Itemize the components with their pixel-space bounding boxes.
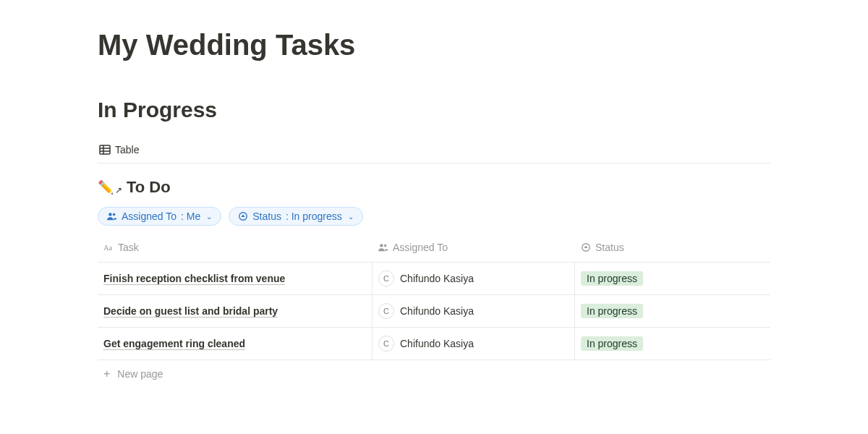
assignee-name: Chifundo Kasiya xyxy=(400,338,474,349)
status-badge: In progress xyxy=(581,336,643,351)
text-icon: Aa xyxy=(103,242,114,252)
assigned-cell[interactable]: C Chifundo Kasiya xyxy=(373,263,575,294)
assignee-name: Chifundo Kasiya xyxy=(400,273,474,284)
plus-icon: + xyxy=(103,367,110,380)
filter-label: Status xyxy=(252,210,281,222)
status-cell[interactable]: In progress xyxy=(575,263,770,294)
assignee-name: Chifundo Kasiya xyxy=(400,305,474,317)
table-icon xyxy=(99,144,111,156)
avatar: C xyxy=(378,336,394,352)
external-arrow-icon: ↗ xyxy=(115,185,122,195)
svg-point-4 xyxy=(109,213,111,216)
table-row[interactable]: Get engagement ring cleaned C Chifundo K… xyxy=(98,328,770,360)
people-icon xyxy=(378,242,388,252)
status-circle-icon xyxy=(238,211,248,221)
avatar: C xyxy=(378,303,394,319)
assignee: C Chifundo Kasiya xyxy=(378,271,474,286)
chevron-down-icon: ⌄ xyxy=(348,213,354,221)
people-icon xyxy=(107,211,117,221)
section-title: In Progress xyxy=(98,98,770,122)
filter-assigned-to[interactable]: Assigned To : Me ⌄ xyxy=(98,207,221,226)
filter-label: Assigned To xyxy=(122,210,176,222)
status-badge: In progress xyxy=(581,271,643,286)
view-tab-label: Table xyxy=(115,144,139,156)
linked-database-name: To Do xyxy=(127,178,171,197)
filter-value: : In progress xyxy=(286,210,342,222)
svg-point-9 xyxy=(384,244,387,247)
view-tabs: Table xyxy=(98,137,770,163)
svg-rect-0 xyxy=(100,145,110,154)
assignee: C Chifundo Kasiya xyxy=(378,303,474,319)
page-title: My Wedding Tasks xyxy=(98,29,770,61)
column-header-assigned[interactable]: Assigned To xyxy=(373,239,575,256)
status-badge: In progress xyxy=(581,304,643,318)
new-page-button[interactable]: + New page xyxy=(98,360,770,388)
task-table: Aa Task Assigned To xyxy=(98,239,770,388)
table-view-tab[interactable]: Table xyxy=(98,141,140,158)
table-header: Aa Task Assigned To xyxy=(98,239,770,263)
column-header-task[interactable]: Aa Task xyxy=(98,239,373,256)
status-cell[interactable]: In progress xyxy=(575,328,770,359)
svg-point-8 xyxy=(380,244,383,247)
svg-text:Aa: Aa xyxy=(103,244,113,252)
new-page-label: New page xyxy=(117,368,163,380)
assignee: C Chifundo Kasiya xyxy=(378,336,474,352)
chevron-down-icon: ⌄ xyxy=(206,213,212,221)
assigned-cell[interactable]: C Chifundo Kasiya xyxy=(373,295,575,327)
column-header-label: Assigned To xyxy=(393,242,448,253)
task-cell[interactable]: Decide on guest list and bridal party xyxy=(98,295,373,327)
status-cell[interactable]: In progress xyxy=(575,295,770,327)
task-cell[interactable]: Get engagement ring cleaned xyxy=(98,328,373,359)
avatar: C xyxy=(378,271,394,286)
column-header-status[interactable]: Status xyxy=(575,239,770,256)
linked-database-header[interactable]: ✏️ ↗ To Do xyxy=(98,178,770,197)
task-name[interactable]: Decide on guest list and bridal party xyxy=(103,305,278,318)
filter-row: Assigned To : Me ⌄ Status : In progress … xyxy=(98,207,770,226)
column-header-label: Task xyxy=(118,242,139,253)
table-row[interactable]: Finish reception checklist from venue C … xyxy=(98,263,770,295)
filter-value: : Me xyxy=(181,210,200,222)
assigned-cell[interactable]: C Chifundo Kasiya xyxy=(373,328,575,359)
task-cell[interactable]: Finish reception checklist from venue xyxy=(98,263,373,294)
filter-status[interactable]: Status : In progress ⌄ xyxy=(229,207,363,226)
status-circle-icon xyxy=(581,242,591,252)
svg-point-5 xyxy=(113,213,116,216)
column-header-label: Status xyxy=(595,242,624,253)
task-name[interactable]: Finish reception checklist from venue xyxy=(103,273,285,285)
task-name[interactable]: Get engagement ring cleaned xyxy=(103,338,245,350)
pencil-icon: ✏️ xyxy=(98,179,114,195)
table-row[interactable]: Decide on guest list and bridal party C … xyxy=(98,295,770,328)
